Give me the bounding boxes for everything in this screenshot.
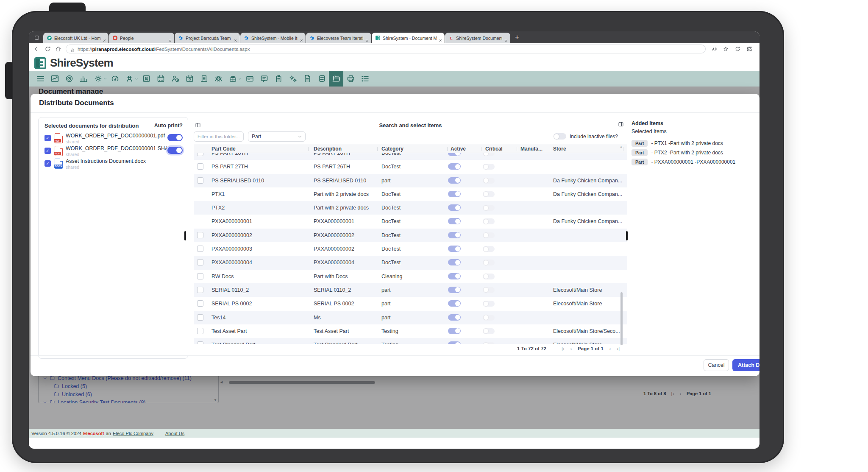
critical-toggle[interactable] <box>483 301 495 307</box>
table-row[interactable]: SERIAL PS 0002SERIAL PS 0002partElecosof… <box>194 297 627 310</box>
column-header[interactable]: Active <box>451 146 466 152</box>
critical-toggle[interactable] <box>483 164 495 170</box>
column-header[interactable]: Store <box>553 146 566 152</box>
target-icon[interactable] <box>62 71 76 87</box>
active-toggle[interactable] <box>448 204 461 211</box>
calendar-icon[interactable] <box>153 71 168 87</box>
active-toggle[interactable] <box>448 328 461 334</box>
row-checkbox[interactable] <box>197 153 203 156</box>
active-toggle[interactable] <box>448 191 461 197</box>
tab-close-icon[interactable] <box>168 36 172 40</box>
row-checkbox[interactable] <box>197 328 203 334</box>
critical-toggle[interactable] <box>483 274 495 279</box>
added-item[interactable]: Part- PTX1 -Part with 2 private docs <box>632 140 760 147</box>
row-checkbox[interactable] <box>197 163 203 170</box>
person-schedule-icon[interactable] <box>168 71 182 87</box>
row-checkbox[interactable] <box>197 341 203 344</box>
building-icon[interactable] <box>197 71 211 87</box>
include-inactive-toggle[interactable] <box>554 133 566 140</box>
table-row[interactable]: SERIAL 0110_2SERIAL 0110_2partElecosoft/… <box>194 283 627 297</box>
auto-print-toggle[interactable] <box>167 147 183 154</box>
critical-toggle[interactable] <box>483 246 495 252</box>
row-checkbox[interactable] <box>197 287 203 293</box>
row-checkbox[interactable] <box>197 232 203 238</box>
table-row[interactable]: PS PART 26THPS PART 26THDocTest <box>194 153 627 160</box>
read-aloud-icon[interactable] <box>711 46 717 52</box>
active-toggle[interactable] <box>448 232 461 238</box>
sync-icon[interactable] <box>734 46 741 52</box>
vertical-scrollbar-thumb[interactable] <box>620 292 623 345</box>
row-checkbox[interactable] <box>197 314 203 321</box>
tab-close-icon[interactable] <box>439 36 442 40</box>
critical-toggle[interactable] <box>483 232 495 238</box>
home-icon[interactable] <box>55 46 61 52</box>
table-row[interactable]: PTX2Part with 2 private docsDocTest <box>194 201 627 215</box>
document-folder-icon[interactable] <box>329 71 343 87</box>
column-header[interactable]: Part Code <box>211 146 236 152</box>
row-checkbox[interactable] <box>197 246 203 252</box>
browser-tab[interactable]: EShireSystem Document Manager <box>445 33 510 43</box>
assets-icon[interactable] <box>225 71 240 87</box>
expand-panel-icon[interactable] <box>618 121 624 127</box>
critical-toggle[interactable] <box>483 153 495 156</box>
last-page-icon[interactable]: ›| <box>617 346 620 351</box>
browser-tab[interactable]: ShireSystem - Document Manage <box>372 33 445 43</box>
active-toggle[interactable] <box>448 153 461 156</box>
table-row[interactable]: RW DocsPart with DocsCleaning <box>194 270 627 283</box>
planner-icon[interactable] <box>182 71 197 87</box>
column-header[interactable]: Category <box>381 146 403 152</box>
table-row[interactable]: PTX1Part with 2 private docsDocTestDa Fu… <box>194 187 627 201</box>
scroll-up-icon[interactable]: ▲ <box>620 145 623 148</box>
panel-resize-handle-left[interactable] <box>184 231 186 240</box>
browser-tab[interactable]: Elecosoft UK Ltd - Home <box>43 33 108 43</box>
active-toggle[interactable] <box>448 287 461 293</box>
cancel-button[interactable]: Cancel <box>704 359 729 371</box>
table-row[interactable]: Tes14Mspart <box>194 311 627 324</box>
browser-tab[interactable]: ShireSystem - Mobile Iteration 26 <box>240 33 306 43</box>
critical-toggle[interactable] <box>483 191 495 197</box>
critical-toggle[interactable] <box>483 328 495 334</box>
table-row[interactable]: PXXA000000003PXXA000000002DocTest <box>194 242 627 256</box>
attach-documents-button[interactable]: Attach Doc <box>732 359 760 371</box>
new-tab-button[interactable]: + <box>515 34 519 41</box>
engineer-icon[interactable] <box>122 71 136 87</box>
active-toggle[interactable] <box>448 273 461 279</box>
active-toggle[interactable] <box>448 246 461 252</box>
table-row[interactable]: Test Asset PartTest Asset PartTestingEle… <box>194 324 627 338</box>
browser-tab[interactable]: Elecoverse Team Iteration 53 Back <box>306 33 371 43</box>
table-row[interactable]: Test Standard PartTest Standard PartTest… <box>194 338 627 344</box>
first-page-icon[interactable]: |‹ <box>562 346 565 351</box>
table-row[interactable]: PS SERIALISED 0110PS SERIALISED 0110part… <box>194 174 627 187</box>
favorites-star-icon[interactable] <box>723 46 729 52</box>
column-header[interactable]: Description <box>314 146 342 152</box>
column-header[interactable]: Critical <box>485 146 503 152</box>
integrations-icon[interactable] <box>286 71 300 87</box>
company-link[interactable]: Eleco Plc Company <box>113 431 153 436</box>
critical-toggle[interactable] <box>483 342 495 344</box>
row-checkbox[interactable] <box>197 177 203 184</box>
browser-tab[interactable]: Project Barrcuda Team Sprint 55 T <box>175 33 240 43</box>
panel-resize-handle-right[interactable] <box>626 231 628 240</box>
active-toggle[interactable] <box>448 218 461 224</box>
task-list-icon[interactable] <box>358 71 372 87</box>
next-page-icon[interactable]: › <box>609 346 611 351</box>
table-row[interactable]: PXXA000000001PXXA000000001DocTestDa Funk… <box>194 215 627 228</box>
document-checkbox[interactable]: ✓ <box>45 135 51 141</box>
tab-close-icon[interactable] <box>300 36 303 40</box>
filter-input[interactable] <box>194 131 244 142</box>
auto-print-toggle[interactable] <box>167 134 183 141</box>
column-header[interactable]: Manufa... <box>520 146 542 152</box>
row-checkbox[interactable] <box>197 300 203 307</box>
row-checkbox[interactable] <box>197 259 203 265</box>
added-item[interactable]: Part- PTX2 -Part with 2 private docs <box>632 149 760 156</box>
browser-tab[interactable]: People <box>109 33 174 43</box>
table-row[interactable]: PXXA000000004PXXA000000004DocTest <box>194 256 627 269</box>
document-checkbox[interactable]: ✓ <box>45 160 51 167</box>
refresh-icon[interactable] <box>45 46 51 52</box>
bar-chart-icon[interactable] <box>76 71 91 87</box>
added-item[interactable]: Part- PXXA000000001 -PXXA000000001 <box>632 159 760 165</box>
trend-chart-icon[interactable] <box>47 71 62 87</box>
tab-close-icon[interactable] <box>504 36 508 40</box>
critical-toggle[interactable] <box>483 205 495 211</box>
tab-close-icon[interactable] <box>103 36 106 40</box>
